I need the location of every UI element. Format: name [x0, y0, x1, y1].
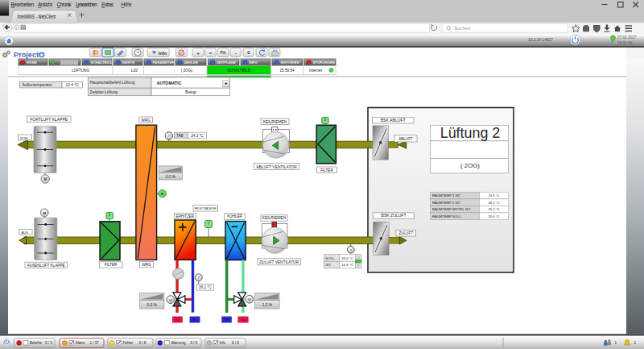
- svg-text:P: P: [109, 214, 111, 218]
- svg-text:0 / 3: 0 / 3: [45, 341, 52, 345]
- svg-text:Außentemperatur: Außentemperatur: [23, 83, 53, 87]
- svg-text:FORTLUFT KLAPPE: FORTLUFT KLAPPE: [30, 118, 68, 122]
- svg-text:Info: Info: [159, 51, 167, 56]
- svg-text:Fehler: Fehler: [123, 341, 134, 345]
- svg-text:RAUMTEMP MITTEL IST: RAUMTEMP MITTEL IST: [432, 207, 471, 211]
- svg-text:=: =: [209, 50, 213, 56]
- svg-text:AUß..: AUß..: [21, 231, 30, 235]
- svg-text:RAUMTEMP SOLL: RAUMTEMP SOLL: [432, 214, 461, 218]
- svg-text:FILTER: FILTER: [105, 263, 118, 267]
- svg-text:Lüftung 2: Lüftung 2: [440, 125, 501, 141]
- svg-text:1 / 37: 1 / 37: [90, 341, 100, 345]
- svg-text:KEILRIEMEN: KEILRIEMEN: [262, 216, 287, 220]
- svg-text:1.2 %: 1.2 %: [262, 303, 273, 307]
- svg-text:( 2OG): ( 2OG): [460, 162, 480, 169]
- svg-text:Warnung: Warnung: [171, 341, 187, 345]
- svg-text:26.1 °C: 26.1 °C: [488, 201, 499, 205]
- svg-text:INFO: INFO: [250, 60, 258, 64]
- svg-text:VL: VL: [175, 318, 180, 322]
- svg-text:FROST WÄCHTER: FROST WÄCHTER: [195, 206, 217, 210]
- svg-text:ZULUFT VENTILATOR: ZULUFT VENTILATOR: [259, 260, 299, 264]
- svg-text:27.02.2017: 27.02.2017: [617, 35, 637, 39]
- svg-text:KEILRIEMEN: KEILRIEMEN: [263, 120, 287, 124]
- svg-text:IntelliBMS - WebClient: IntelliBMS - WebClient: [18, 14, 56, 19]
- svg-text:L02: L02: [131, 69, 138, 73]
- svg-text:20.6 °C: 20.6 °C: [488, 214, 499, 218]
- svg-text:TAB: TAB: [176, 134, 184, 138]
- svg-text:13.4 °C: 13.4 °C: [66, 83, 80, 87]
- svg-text:Info: Info: [220, 341, 226, 345]
- svg-text:0 / 0: 0 / 0: [191, 341, 198, 345]
- svg-text:RAUMTEMP 2 IST: RAUMTEMP 2 IST: [432, 201, 460, 205]
- svg-text:AUßENLUFT KLAPPE: AUßENLUFT KLAPPE: [27, 264, 65, 268]
- svg-text:SCHALTBILD: SCHALTBILD: [228, 69, 251, 73]
- svg-text:M: M: [43, 211, 46, 215]
- svg-text:0: 0: [247, 50, 250, 55]
- svg-text:M: M: [43, 177, 47, 181]
- svg-text:M: M: [169, 298, 172, 302]
- svg-text:LÜFTUNG: LÜFTUNG: [72, 68, 89, 73]
- svg-text:HOME: HOME: [27, 60, 37, 64]
- svg-text:15:50:54: 15:50:54: [279, 69, 295, 73]
- svg-text:HISTORIEN: HISTORIEN: [281, 60, 299, 64]
- svg-text:Chronik: Chronik: [56, 2, 72, 7]
- svg-text:24.3 °C: 24.3 °C: [488, 193, 499, 197]
- svg-text:KÜHLER: KÜHLER: [227, 214, 242, 218]
- svg-text:36.1 °C: 36.1 °C: [199, 285, 212, 289]
- svg-text:Ansicht: Ansicht: [38, 2, 52, 7]
- svg-text:Lesezeichen: Lesezeichen: [76, 2, 97, 7]
- svg-text:15:32:49: 15:32:49: [617, 41, 633, 45]
- svg-text:Suchen: Suchen: [454, 26, 471, 31]
- svg-text:T: T: [167, 134, 170, 138]
- svg-text:FILTER: FILTER: [320, 168, 333, 172]
- svg-text:IST: IST: [325, 263, 331, 267]
- svg-text:ZULUFT: ZULUFT: [398, 231, 413, 235]
- svg-text:Hauptschaltbefehl Lüftung: Hauptschaltbefehl Lüftung: [90, 81, 135, 85]
- svg-text:Befehle: Befehle: [30, 341, 43, 345]
- svg-text:BSK ZULUFT: BSK ZULUFT: [382, 214, 407, 218]
- svg-text:0.0 %: 0.0 %: [147, 303, 157, 307]
- svg-text:Belegt: Belegt: [185, 90, 196, 94]
- svg-text:RL: RL: [242, 318, 246, 322]
- svg-text:FOR..: FOR..: [20, 136, 30, 140]
- svg-text:ZÄHLER: ZÄHLER: [184, 60, 199, 64]
- svg-text:ERHITZER: ERHITZER: [176, 214, 195, 218]
- svg-text:WRG: WRG: [142, 118, 151, 123]
- svg-text:-: -: [235, 50, 237, 56]
- svg-text:0 / 8: 0 / 8: [139, 341, 147, 345]
- svg-text:0 / 0: 0 / 0: [232, 341, 239, 345]
- svg-text:1: 1: [615, 341, 617, 345]
- svg-text:SOLL: SOLL: [325, 256, 335, 260]
- svg-text:24.3 °C: 24.3 °C: [191, 134, 204, 138]
- svg-text:ABLUFT VENTILATOR: ABLUFT VENTILATOR: [256, 165, 297, 169]
- svg-text:WRG: WRG: [142, 263, 151, 267]
- svg-text:Alarm: Alarm: [76, 341, 85, 345]
- svg-text:ZEITPLÄNE: ZEITPLÄNE: [217, 60, 236, 64]
- svg-text:Zeitplan Lüftung: Zeitplan Lüftung: [90, 90, 118, 94]
- svg-text:PARAMETER: PARAMETER: [153, 60, 175, 64]
- svg-text:Internet: Internet: [309, 69, 323, 73]
- svg-text:ABLUFT: ABLUFT: [398, 137, 413, 141]
- svg-text:+: +: [196, 50, 200, 56]
- svg-text:14.8 °C: 14.8 °C: [341, 263, 353, 267]
- svg-text:Bearbeiten: Bearbeiten: [11, 2, 35, 7]
- svg-text:STÖRUNGEN: STÖRUNGEN: [313, 60, 335, 64]
- svg-text:( 2OG): ( 2OG): [181, 69, 193, 73]
- svg-text:Fit: Fit: [221, 50, 226, 55]
- svg-text:KW: KW: [225, 318, 230, 322]
- svg-text:i: i: [16, 25, 17, 30]
- svg-text:AUTOMATIC: AUTOMATIC: [157, 81, 182, 85]
- svg-text:WERTE: WERTE: [122, 60, 135, 64]
- svg-text:BSK ABLUFT: BSK ABLUFT: [381, 118, 406, 123]
- svg-text:SCHALTBILD: SCHALTBILD: [91, 60, 113, 64]
- svg-text:T: T: [208, 222, 210, 226]
- svg-text:25.2 °C: 25.2 °C: [488, 207, 499, 211]
- svg-text:T: T: [350, 248, 353, 252]
- svg-text:M: M: [161, 192, 164, 196]
- svg-text:16.0 °C: 16.0 °C: [341, 256, 353, 260]
- svg-text:T: T: [198, 276, 200, 280]
- svg-text:Hilfe: Hilfe: [121, 2, 132, 7]
- svg-text:RAUMTEMP 1 IST: RAUMTEMP 1 IST: [432, 193, 460, 197]
- svg-text:P: P: [324, 118, 326, 123]
- svg-text:M: M: [248, 297, 251, 301]
